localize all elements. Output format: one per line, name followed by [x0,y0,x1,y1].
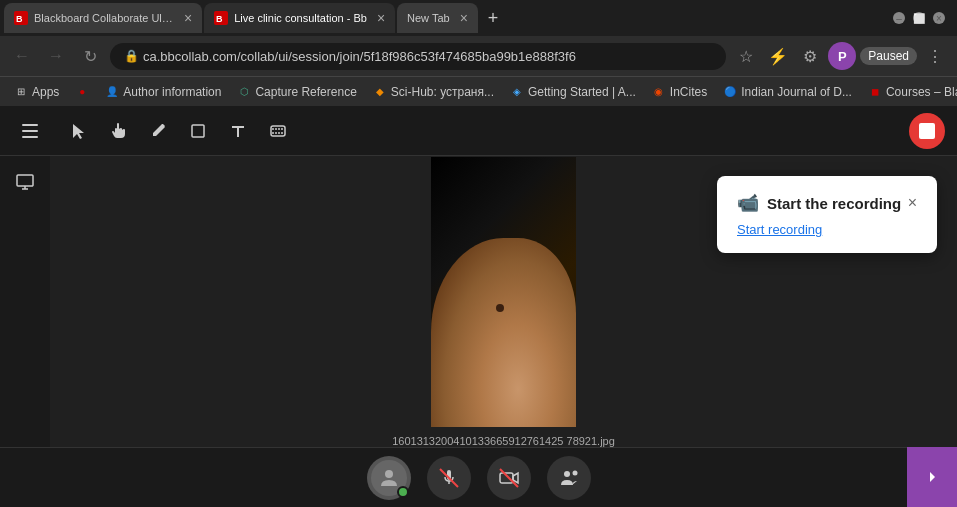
getting-started-icon: ◈ [510,85,524,99]
tab-1[interactable]: B Blackboard Collaborate Ultra – × [4,3,202,33]
svg-rect-9 [17,175,33,186]
svg-rect-5 [22,130,38,132]
side-panel-toggle-button[interactable] [12,113,48,149]
record-button[interactable] [909,113,945,149]
svg-point-16 [572,470,577,475]
browser-chrome: B Blackboard Collaborate Ultra – × B Liv… [0,0,957,106]
tab3-title: New Tab [407,12,450,24]
bookmark-author[interactable]: 👤 Author information [101,83,225,101]
pan-tool-button[interactable] [100,113,136,149]
tab-2[interactable]: B Live clinic consultation - Bb × [204,3,395,33]
address-bar: ← → ↻ 🔒 ca.bbcollab.com/collab/ui/sessio… [0,36,957,76]
more-options-button[interactable]: ⋮ [921,42,949,70]
start-recording-link[interactable]: Start recording [737,222,917,237]
svg-rect-4 [22,124,38,126]
paused-label: Paused [868,49,909,63]
tab3-close[interactable]: × [460,10,468,26]
online-status-dot [397,486,409,498]
cursor-tool-button[interactable] [60,113,96,149]
tab-3[interactable]: New Tab × [397,3,478,33]
bottom-bar [0,447,957,507]
video-filename: 1601313200410133665912761425 78921.jpg [392,435,615,447]
bookmark-incites-label: InCites [670,85,707,99]
popup-header: 📹 Start the recording × [737,192,917,214]
address-url: ca.bbcollab.com/collab/ui/session/join/5… [143,49,576,64]
participants-button[interactable] [547,456,591,500]
recording-popup: 📹 Start the recording × Start recording [717,176,937,253]
svg-rect-6 [22,136,38,138]
scihub-icon: ◆ [373,85,387,99]
browser-toolbar-icons: ☆ ⚡ ⚙ P Paused ⋮ [732,42,949,70]
avatar-button[interactable] [367,456,411,500]
bookmark-incites[interactable]: ◉ InCites [648,83,711,101]
bookmark-courses[interactable]: ◼ Courses – Blackboa... [864,83,957,101]
close-button[interactable]: × [933,12,945,24]
bookmark-indian-journal[interactable]: 🔵 Indian Journal of D... [719,83,856,101]
courses-icon: ◼ [868,85,882,99]
left-side-panel [0,156,50,447]
tab2-favicon: B [214,11,228,25]
shape-tool-button[interactable] [180,113,216,149]
apps-icon: ⊞ [14,85,28,99]
svg-rect-7 [192,125,204,137]
video-container [431,157,576,427]
pencil-tool-button[interactable] [140,113,176,149]
maximize-button[interactable]: ⬜ [913,12,925,24]
bookmark-2[interactable]: ● [71,83,93,101]
author-icon: 👤 [105,85,119,99]
back-button[interactable]: ← [8,42,36,70]
tab1-close[interactable]: × [184,10,192,26]
bookmark-capture-label: Capture Reference [255,85,356,99]
indian-journal-icon: 🔵 [723,85,737,99]
recording-popup-close[interactable]: × [908,195,917,211]
new-tab-button[interactable]: + [480,3,507,33]
collapse-panel-button[interactable] [907,447,957,507]
main-content: 1601313200410133665912761425 78921.jpg 📹… [0,156,957,447]
bookmark-apps[interactable]: ⊞ Apps [10,83,63,101]
capture-icon: ⬡ [237,85,251,99]
forward-button[interactable]: → [42,42,70,70]
svg-line-14 [500,469,518,487]
tab-bar: B Blackboard Collaborate Ultra – × B Liv… [0,0,957,36]
microphone-button[interactable] [427,456,471,500]
bookmark-indian-journal-label: Indian Journal of D... [741,85,852,99]
bookmark-courses-label: Courses – Blackboa... [886,85,957,99]
tab2-title: Live clinic consultation - Bb [234,12,367,24]
svg-point-15 [564,471,570,477]
app-toolbar [0,106,957,156]
camera-button[interactable] [487,456,531,500]
svg-text:B: B [16,14,23,24]
settings-button[interactable]: ⚙ [796,42,824,70]
hand-simulation [431,238,576,427]
popup-title-row: 📹 Start the recording [737,192,901,214]
tab1-favicon: B [14,11,28,25]
bookmark2-icon: ● [75,85,89,99]
bookmark-scihub[interactable]: ◆ Sci-Hub: устраня... [369,83,498,101]
more-tools-button[interactable] [260,113,296,149]
record-dot [919,123,935,139]
reload-button[interactable]: ↻ [76,42,104,70]
tab2-close[interactable]: × [377,10,385,26]
bookmark-apps-label: Apps [32,85,59,99]
tab1-title: Blackboard Collaborate Ultra – [34,12,174,24]
bookmark-star-button[interactable]: ☆ [732,42,760,70]
bookmark-author-label: Author information [123,85,221,99]
svg-point-10 [385,470,393,478]
app-area: 1601313200410133665912761425 78921.jpg 📹… [0,106,957,507]
bookmarks-bar: ⊞ Apps ● 👤 Author information ⬡ Capture … [0,76,957,106]
incites-icon: ◉ [652,85,666,99]
screen-share-panel-button[interactable] [7,164,43,200]
lock-icon: 🔒 [124,49,139,63]
video-image [431,157,576,427]
text-tool-button[interactable] [220,113,256,149]
extensions-button[interactable]: ⚡ [764,42,792,70]
bookmark-getting-started[interactable]: ◈ Getting Started | A... [506,83,640,101]
profile-button[interactable]: P [828,42,856,70]
minimize-button[interactable]: – [893,12,905,24]
recording-camera-icon: 📹 [737,192,759,214]
svg-text:B: B [216,14,223,24]
bookmark-capture[interactable]: ⬡ Capture Reference [233,83,360,101]
window-controls: – ⬜ × [893,12,953,24]
address-input[interactable]: 🔒 ca.bbcollab.com/collab/ui/session/join… [110,43,726,70]
paused-button[interactable]: Paused [860,47,917,65]
